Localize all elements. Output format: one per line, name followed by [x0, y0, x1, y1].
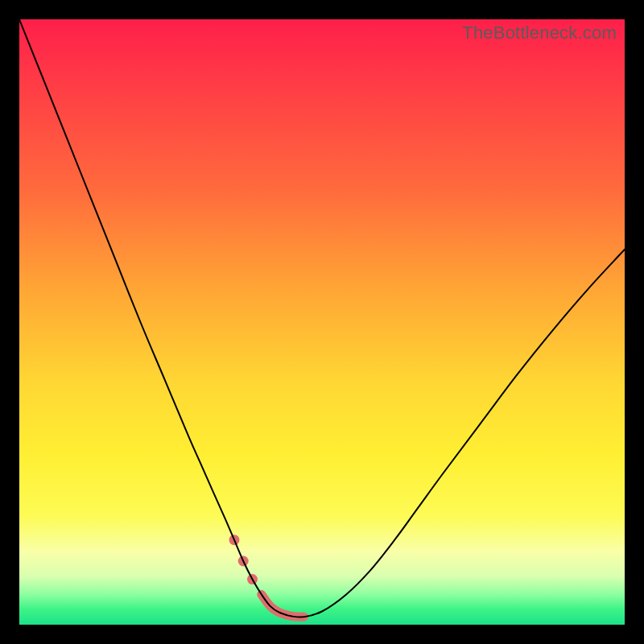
chart-stage: TheBottleneck.com: [0, 0, 644, 644]
chart-curve-layer: [19, 19, 625, 625]
main-curve: [19, 19, 625, 617]
chart-plot-area: TheBottleneck.com: [19, 19, 625, 625]
valley-bumps: [229, 535, 304, 617]
